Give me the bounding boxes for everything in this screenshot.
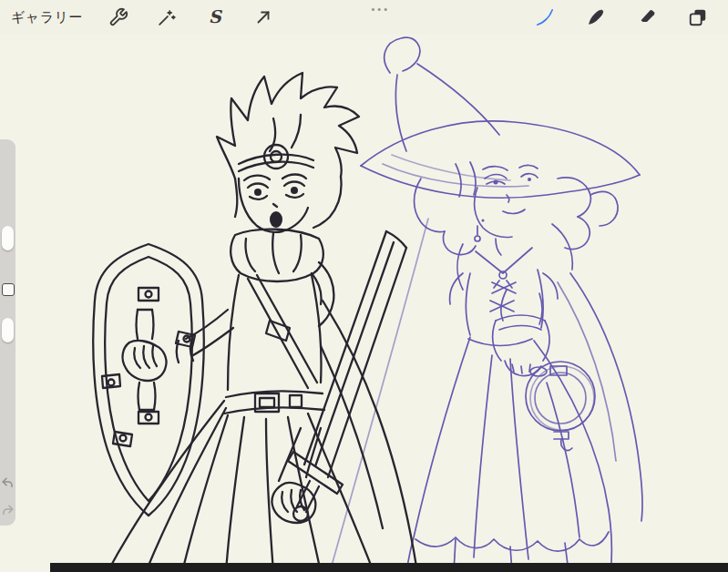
brush-sidebar — [0, 139, 15, 526]
actions-button[interactable] — [107, 5, 130, 29]
brush-size-slider[interactable] — [2, 226, 14, 250]
top-toolbar: ギャラリー S — [0, 0, 728, 35]
adjustments-button[interactable] — [155, 5, 179, 29]
layers-icon — [688, 7, 708, 27]
left-tool-group: S — [107, 5, 275, 29]
redo-button[interactable] — [0, 502, 15, 518]
paint-button[interactable] — [533, 5, 557, 29]
drawing-canvas[interactable] — [0, 0, 728, 572]
wrench-icon — [108, 7, 128, 27]
witch-sketch — [330, 37, 642, 572]
modify-button[interactable] — [2, 283, 15, 296]
paint-brush-icon — [535, 7, 555, 27]
smudge-icon — [586, 7, 606, 27]
selection-button[interactable]: S — [203, 5, 227, 29]
canvas-bottom-edge — [50, 563, 728, 572]
undo-button[interactable] — [0, 475, 15, 491]
undo-icon — [1, 476, 15, 490]
adjustments-wand-icon — [157, 7, 177, 27]
hero-ink — [93, 73, 417, 572]
eraser-icon — [637, 7, 657, 27]
opacity-slider[interactable] — [2, 318, 14, 342]
transform-button[interactable] — [251, 5, 275, 29]
selection-s-icon: S — [209, 8, 221, 26]
layers-button[interactable] — [686, 5, 710, 29]
erase-button[interactable] — [635, 5, 659, 29]
gallery-button[interactable]: ギャラリー — [0, 9, 92, 26]
redo-icon — [1, 504, 15, 517]
right-tool-group — [533, 5, 728, 29]
transform-arrow-icon — [253, 7, 273, 27]
window-drag-handle[interactable]: ••• — [372, 4, 391, 15]
smudge-button[interactable] — [584, 5, 608, 29]
